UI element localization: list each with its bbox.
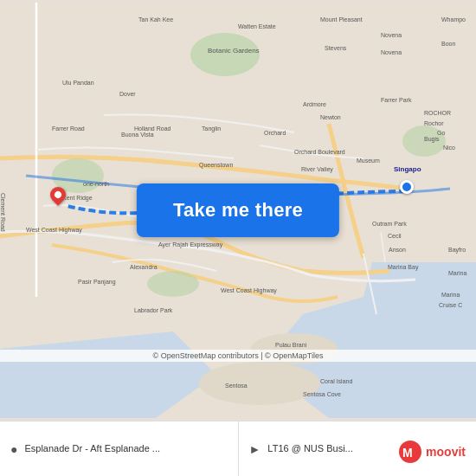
svg-text:Buona Vista: Buona Vista [121,132,154,138]
svg-text:Whampo: Whampo [441,16,466,23]
map-container: Botanic Gardens Watten Estate Tan Kah Ke… [0,0,476,421]
svg-text:Kent Ridge: Kent Ridge [62,195,93,202]
svg-text:Pulau Brani: Pulau Brani [275,342,307,348]
svg-text:Pasir Panjang: Pasir Panjang [78,279,116,286]
svg-point-6 [199,362,320,405]
svg-text:Nico: Nico [443,145,455,151]
svg-text:Museum: Museum [357,158,380,164]
svg-text:Go: Go [437,130,445,136]
svg-text:Rochor: Rochor [424,120,444,126]
svg-text:Anson: Anson [389,247,406,253]
svg-text:Botanic Gardens: Botanic Gardens [208,47,260,55]
svg-text:Marina: Marina [441,292,460,298]
svg-text:Mount Pleasant: Mount Pleasant [320,16,363,23]
svg-text:Ardmore: Ardmore [303,101,326,107]
svg-text:Watten Estate: Watten Estate [238,23,276,29]
svg-text:West Coast Highway: West Coast Highway [26,227,82,234]
svg-text:Cecil: Cecil [388,233,402,239]
map-attribution: © OpenStreetMap contributors | © OpenMap… [0,350,476,362]
svg-text:Holland Road: Holland Road [134,125,171,132]
svg-text:Coral Island: Coral Island [320,378,352,384]
svg-text:Cruise C: Cruise C [439,302,462,308]
origin-label: Esplanade Dr - Aft Esplanade ... [24,442,160,454]
dest-icon: ► [249,442,261,456]
svg-text:Sentosa Cove: Sentosa Cove [303,391,341,397]
svg-text:Bayfro: Bayfro [448,247,466,254]
svg-text:Alexandra: Alexandra [130,264,158,270]
svg-point-10 [190,33,260,76]
svg-text:Queenstown: Queenstown [199,162,233,169]
svg-text:Farrer Road: Farrer Road [52,125,85,132]
svg-text:Marina Bay: Marina Bay [388,264,419,271]
moovit-icon: M [398,440,422,464]
svg-text:Singapo: Singapo [394,165,421,173]
destination-dot [400,180,414,194]
svg-text:Orchard: Orchard [264,130,286,136]
svg-text:one-north: one-north [83,181,109,187]
svg-text:Novena: Novena [381,49,402,55]
svg-text:Newton: Newton [320,114,341,120]
svg-text:Sentosa: Sentosa [225,383,248,389]
svg-text:Marina: Marina [448,270,467,276]
svg-text:Stevens: Stevens [325,45,347,51]
svg-text:Outram Park: Outram Park [372,221,407,227]
app: Botanic Gardens Watten Estate Tan Kah Ke… [0,0,476,476]
svg-text:Ayer Rajah Expressway: Ayer Rajah Expressway [158,241,223,248]
moovit-label: moovit [426,445,466,459]
moovit-logo-area: M moovit [398,440,466,464]
svg-text:Farrer Park: Farrer Park [381,97,412,103]
svg-text:M: M [402,446,413,460]
svg-point-12 [147,271,199,297]
bottom-bar: ● Esplanade Dr - Aft Esplanade ... ► LT1… [0,421,476,476]
take-me-there-button[interactable]: Take me there [137,183,339,237]
take-me-there-overlay: Take me there [137,183,339,237]
svg-text:Ulu Pandan: Ulu Pandan [62,80,94,86]
svg-text:West Coast Highway: West Coast Highway [221,287,277,294]
svg-text:Dover: Dover [119,91,136,97]
origin-section[interactable]: ● Esplanade Dr - Aft Esplanade ... [0,421,239,476]
svg-text:Tan Kah Kee: Tan Kah Kee [138,16,173,23]
svg-text:River Valley: River Valley [301,166,333,173]
svg-text:Orchard Boulevard: Orchard Boulevard [294,149,345,155]
svg-text:Labrador Park: Labrador Park [134,307,173,313]
svg-text:Boon: Boon [441,41,455,47]
svg-text:Bugis: Bugis [424,136,440,143]
destination-label: LT16 @ NUS Busi... [267,442,352,454]
origin-icon: ● [10,442,17,456]
svg-text:ROCHOR: ROCHOR [424,110,451,116]
svg-text:Tanglin: Tanglin [202,125,221,132]
svg-text:Novena: Novena [381,32,402,38]
svg-text:Clement Road: Clement Road [0,193,6,232]
